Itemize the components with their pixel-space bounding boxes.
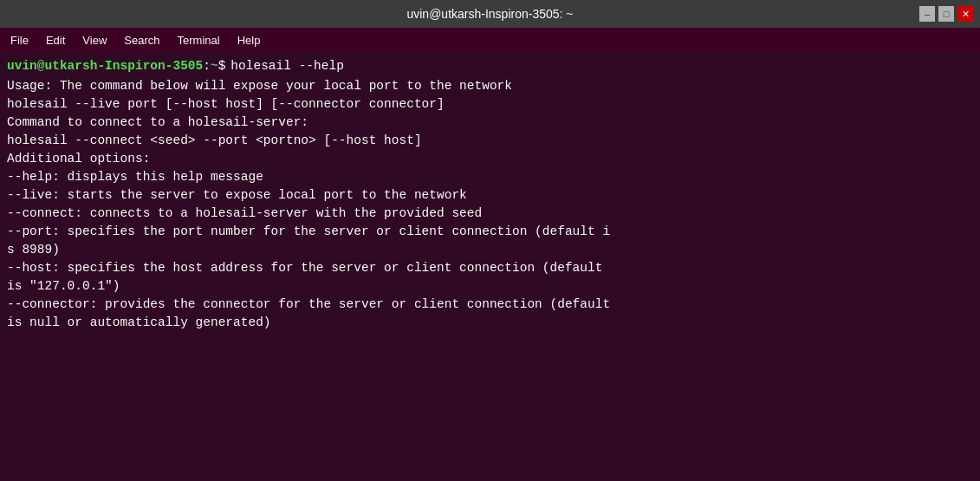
menu-view[interactable]: View <box>75 32 114 49</box>
close-button[interactable]: ✕ <box>957 6 973 22</box>
menu-help[interactable]: Help <box>230 32 268 49</box>
output-line-2: Command to connect to a holesail-server: <box>7 114 973 132</box>
prompt-path: ~ <box>211 57 218 75</box>
menu-terminal[interactable]: Terminal <box>171 32 227 49</box>
menu-search[interactable]: Search <box>117 32 166 49</box>
output-line-6: --live: starts the server to expose loca… <box>7 186 973 205</box>
prompt-user-host: uvin@utkarsh-Inspiron-3505 <box>7 57 203 75</box>
output-line-8: --port: specifies the port number for th… <box>7 223 973 241</box>
output-line-11: is "127.0.0.1") <box>7 277 973 296</box>
menu-bar: File Edit View Search Terminal Help <box>0 28 980 52</box>
output-line-3: holesail --connect <seed> --port <portno… <box>7 132 973 150</box>
output-line-4: Additional options: <box>7 150 973 168</box>
menu-edit[interactable]: Edit <box>39 32 72 49</box>
title-bar: uvin@utkarsh-Inspiron-3505: ~ – □ ✕ <box>0 0 980 28</box>
output-line-7: --connect: connects to a holesail-server… <box>7 205 973 223</box>
prompt-command: holesail --help <box>230 57 344 75</box>
window-controls: – □ ✕ <box>919 6 973 22</box>
output-line-1: holesail --live port [--host host] [--co… <box>7 95 973 114</box>
output-line-9: s 8989) <box>7 241 973 259</box>
window-title: uvin@utkarsh-Inspiron-3505: ~ <box>406 7 573 21</box>
output-line-10: --host: specifies the host address for t… <box>7 259 973 277</box>
minimize-button[interactable]: – <box>919 6 935 22</box>
output-line-13: is null or automatically generated) <box>7 314 973 332</box>
terminal-body[interactable]: uvin@utkarsh-Inspiron-3505 : ~ $ holesai… <box>0 52 980 481</box>
prompt-colon: : <box>203 57 211 75</box>
output-line-0: Usage: The command below will expose you… <box>7 77 973 95</box>
maximize-button[interactable]: □ <box>938 6 954 22</box>
prompt-line: uvin@utkarsh-Inspiron-3505 : ~ $ holesai… <box>7 57 973 75</box>
menu-file[interactable]: File <box>3 32 36 49</box>
output-line-5: --help: displays this help message <box>7 168 973 186</box>
prompt-dollar: $ <box>218 57 226 75</box>
output-line-12: --connector: provides the connector for … <box>7 296 973 314</box>
terminal-window: uvin@utkarsh-Inspiron-3505: ~ – □ ✕ File… <box>0 0 980 481</box>
